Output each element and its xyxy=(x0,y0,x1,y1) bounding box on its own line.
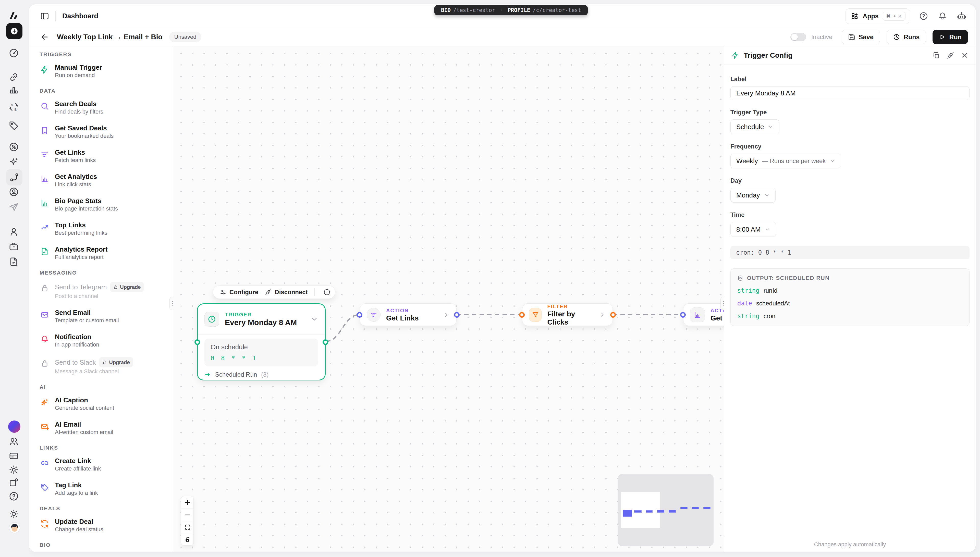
palette-item-search-deals[interactable]: Search Deals Find deals by filters xyxy=(39,100,165,115)
copy-icon[interactable] xyxy=(932,52,940,59)
mail-icon xyxy=(39,309,50,321)
palette-item-get-saved-deals[interactable]: Get Saved Deals Your bookmarked deals xyxy=(39,124,165,139)
port-partial-left[interactable] xyxy=(680,312,686,318)
node-get-links[interactable]: ACTION Get Links xyxy=(360,303,457,326)
link-icon xyxy=(39,458,50,469)
save-button[interactable]: Save xyxy=(842,30,880,44)
palette-item-send-to-telegram[interactable]: Send to Telegram Upgrade Post to a chann… xyxy=(39,282,165,300)
node-trigger[interactable]: TRIGGER Every Monday 8 AM On schedule 0 … xyxy=(197,303,326,380)
port-filter-left[interactable] xyxy=(519,312,525,318)
zoom-in-button[interactable] xyxy=(181,496,194,508)
palette-item-get-analytics[interactable]: Get Analytics Link click stats xyxy=(39,173,165,188)
workflow-canvas[interactable]: Configure Disconnect TR xyxy=(173,46,724,552)
trending-up-icon xyxy=(39,222,50,233)
label-input[interactable]: Every Monday 8 AM xyxy=(730,86,970,100)
badge-percent-icon[interactable] xyxy=(9,142,20,153)
chevron-right-icon[interactable] xyxy=(599,311,606,318)
help-icon[interactable] xyxy=(9,491,20,502)
tags-icon[interactable] xyxy=(9,121,20,132)
analytics-icon[interactable] xyxy=(9,85,20,96)
palette-item-analytics-report[interactable]: Analytics Report Full analytics report xyxy=(39,246,165,261)
bell-icon xyxy=(39,334,50,345)
zoom-out-button[interactable] xyxy=(181,508,194,521)
palette-item-manual-trigger[interactable]: Manual Trigger Run on demand xyxy=(39,64,165,78)
node-kind-label: FILTER xyxy=(547,304,594,309)
node-filter-by-clicks[interactable]: FILTER Filter by Clicks xyxy=(522,303,613,326)
rail-item-workflows-active[interactable] xyxy=(6,169,23,186)
billing-icon[interactable] xyxy=(9,451,20,462)
workspace-avatar[interactable] xyxy=(8,420,20,433)
bookmark-icon xyxy=(39,125,50,136)
theme-sun-icon[interactable] xyxy=(9,509,20,520)
port-trigger-left[interactable] xyxy=(194,339,200,345)
create-button[interactable] xyxy=(6,23,23,39)
briefcase-icon[interactable] xyxy=(9,241,20,252)
trigger-type-label: Trigger Type xyxy=(730,109,970,116)
chevron-down-icon[interactable] xyxy=(311,315,318,323)
port-get-links-left[interactable] xyxy=(357,312,362,318)
node-kind-label: TRIGGER xyxy=(225,312,297,318)
help-circle-icon[interactable] xyxy=(919,11,928,21)
palette-item-ai-caption[interactable]: AI Caption Generate social content xyxy=(39,396,165,411)
output-header: OUTPUT: SCHEDULED RUN xyxy=(747,275,830,282)
unplug-icon[interactable] xyxy=(947,52,954,59)
ab-test-icon[interactable]: AB xyxy=(9,102,20,113)
document-icon[interactable] xyxy=(9,257,20,268)
sidebar-resize-handle[interactable] xyxy=(169,297,173,310)
palette-item-notification[interactable]: Notification In-app notification xyxy=(39,333,165,348)
back-arrow-icon[interactable] xyxy=(40,33,49,42)
fit-view-button[interactable] xyxy=(181,521,194,533)
close-icon[interactable] xyxy=(961,52,969,59)
palette-item-send-to-slack[interactable]: Send to Slack Upgrade Message a Slack ch… xyxy=(39,357,165,375)
upgrade-badge[interactable]: Upgrade xyxy=(99,357,133,367)
node-partial-action[interactable]: ACTION Get xyxy=(683,303,724,326)
settings-gear-icon[interactable] xyxy=(9,465,20,476)
info-button[interactable] xyxy=(321,287,332,298)
trigger-output-row[interactable]: Scheduled Run (3) xyxy=(204,371,318,378)
section-header-bio: BIO xyxy=(39,542,165,548)
dashboard-gauge-icon[interactable] xyxy=(9,48,20,59)
search-icon xyxy=(39,101,50,112)
runs-button[interactable]: Runs xyxy=(887,30,926,44)
disconnect-button[interactable]: Disconnect xyxy=(265,288,308,296)
team-icon[interactable] xyxy=(9,436,20,448)
config-panel-resize-handle[interactable] xyxy=(720,297,724,310)
lock-button[interactable] xyxy=(181,533,194,545)
trigger-type-select[interactable]: Schedule xyxy=(730,119,780,134)
links-icon[interactable] xyxy=(9,72,20,83)
sparkles-icon[interactable] xyxy=(9,157,20,168)
apps-button[interactable]: Apps ⌘ + K xyxy=(845,8,909,24)
chevron-right-icon[interactable] xyxy=(443,311,450,318)
port-trigger-right[interactable] xyxy=(322,339,328,345)
palette-item-create-link[interactable]: Create Link Create affiliate link xyxy=(39,457,165,472)
send-icon[interactable] xyxy=(9,202,20,213)
day-select[interactable]: Monday xyxy=(730,188,776,203)
lock-icon xyxy=(39,282,50,294)
time-select[interactable]: 8:00 AM xyxy=(730,222,776,237)
frequency-select[interactable]: Weekly — Runs once per week xyxy=(730,154,841,168)
assistant-bot-icon[interactable] xyxy=(957,11,967,21)
upgrade-badge[interactable]: Upgrade xyxy=(110,282,144,292)
share-icon[interactable] xyxy=(9,477,20,489)
palette-item-ai-email[interactable]: AI Email AI-written custom email xyxy=(39,420,165,436)
palette-item-get-links[interactable]: Get Links Fetch team links xyxy=(39,148,165,164)
run-button[interactable]: Run xyxy=(933,30,968,44)
port-get-links-right[interactable] xyxy=(454,312,460,318)
canvas-minimap[interactable] xyxy=(618,474,713,546)
palette-item-send-email[interactable]: Send Email Template or custom email xyxy=(39,309,165,324)
user-avatar[interactable] xyxy=(9,522,20,533)
port-filter-right[interactable] xyxy=(610,312,616,318)
palette-item-top-links[interactable]: Top Links Best performing links xyxy=(39,221,165,236)
active-toggle[interactable] xyxy=(790,33,806,41)
scheduled-run-count: (3) xyxy=(261,371,269,378)
sidebar-toggle-icon[interactable] xyxy=(40,11,49,21)
palette-item-tag-link[interactable]: Tag Link Add tags to a link xyxy=(39,481,165,496)
runs-label: Runs xyxy=(904,33,920,41)
palette-item-bio-page-stats[interactable]: Bio Page Stats Bio page interaction stat… xyxy=(39,197,165,212)
notifications-bell-icon[interactable] xyxy=(938,11,947,21)
contact-icon[interactable] xyxy=(9,187,20,198)
canvas-zoom-controls xyxy=(181,496,194,546)
palette-item-update-deal[interactable]: Update Deal Change deal status xyxy=(39,518,165,533)
configure-button[interactable]: Configure xyxy=(220,288,258,296)
profile-icon[interactable] xyxy=(9,227,20,238)
